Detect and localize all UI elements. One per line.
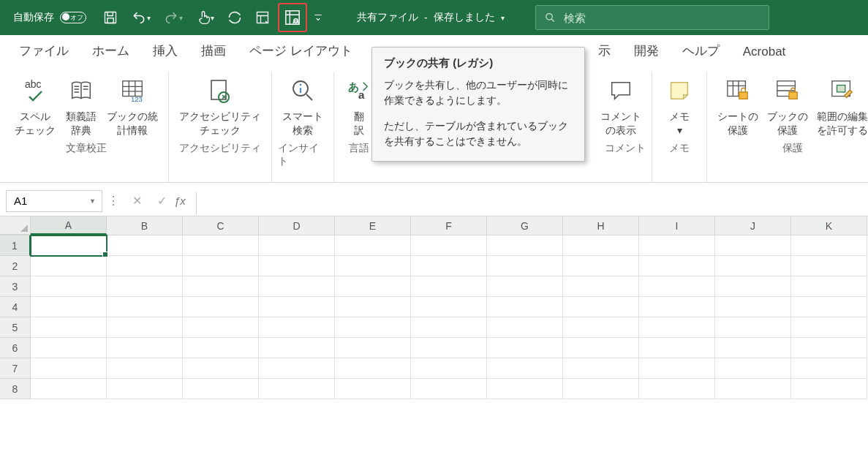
cell[interactable] xyxy=(335,276,411,297)
col-header[interactable]: E xyxy=(335,216,411,235)
tab-draw[interactable]: 描画 xyxy=(192,36,235,67)
document-title[interactable]: 共有ファイル - 保存しました ▾ xyxy=(357,11,505,24)
cell[interactable] xyxy=(791,338,867,358)
cell[interactable] xyxy=(183,276,259,297)
cell[interactable] xyxy=(31,276,107,297)
touch-mode-button[interactable]: ▾ xyxy=(190,5,219,30)
cell[interactable] xyxy=(411,317,487,338)
cell[interactable] xyxy=(183,297,259,317)
cell[interactable] xyxy=(563,297,639,317)
cell[interactable] xyxy=(639,338,715,358)
share-workbook-button-highlighted[interactable] xyxy=(278,3,307,32)
cell[interactable] xyxy=(31,297,107,317)
cell[interactable] xyxy=(715,358,791,379)
cell[interactable] xyxy=(259,276,335,297)
cell[interactable] xyxy=(487,235,563,256)
cell[interactable] xyxy=(715,276,791,297)
cell[interactable] xyxy=(563,358,639,379)
cell[interactable] xyxy=(639,358,715,379)
cell[interactable] xyxy=(639,317,715,338)
cell[interactable] xyxy=(791,256,867,276)
col-header[interactable]: H xyxy=(563,216,639,235)
cell[interactable] xyxy=(335,338,411,358)
cell[interactable] xyxy=(107,256,183,276)
cell[interactable] xyxy=(791,276,867,297)
show-comments-button[interactable]: コメント の表示 xyxy=(596,72,646,137)
cell[interactable] xyxy=(31,256,107,276)
cell[interactable] xyxy=(259,317,335,338)
cell[interactable] xyxy=(487,256,563,276)
cell[interactable] xyxy=(183,338,259,358)
cell[interactable] xyxy=(31,358,107,379)
cell[interactable] xyxy=(411,276,487,297)
cell[interactable] xyxy=(411,379,487,399)
cell[interactable] xyxy=(335,256,411,276)
cell[interactable] xyxy=(259,297,335,317)
tab-page-layout[interactable]: ページ レイアウト xyxy=(241,36,361,67)
cancel-button[interactable]: ✕ xyxy=(124,194,149,208)
enter-button[interactable]: ✓ xyxy=(149,194,174,208)
cell[interactable] xyxy=(335,235,411,256)
chevron-down-icon[interactable]: ▼ xyxy=(89,197,96,205)
form-button[interactable] xyxy=(250,5,275,30)
cell[interactable] xyxy=(487,317,563,338)
row-header[interactable]: 6 xyxy=(0,338,31,358)
insert-function-button[interactable]: ƒx xyxy=(174,195,196,207)
col-header[interactable]: I xyxy=(639,216,715,235)
cell[interactable] xyxy=(791,379,867,399)
redo-button[interactable]: ▾ xyxy=(158,5,187,30)
cell[interactable] xyxy=(31,317,107,338)
cell[interactable] xyxy=(715,235,791,256)
cell[interactable] xyxy=(715,317,791,338)
cell[interactable] xyxy=(791,317,867,338)
cell[interactable] xyxy=(107,358,183,379)
cell[interactable] xyxy=(259,379,335,399)
row-header[interactable]: 8 xyxy=(0,379,31,399)
tab-file[interactable]: ファイル xyxy=(10,36,78,67)
cell[interactable] xyxy=(639,297,715,317)
row-header[interactable]: 7 xyxy=(0,358,31,379)
col-header[interactable]: B xyxy=(107,216,183,235)
cell[interactable] xyxy=(31,338,107,358)
cell[interactable] xyxy=(563,276,639,297)
cell[interactable] xyxy=(183,235,259,256)
cell[interactable] xyxy=(183,317,259,338)
cell[interactable] xyxy=(791,358,867,379)
formula-input[interactable] xyxy=(196,192,861,214)
col-header[interactable]: J xyxy=(715,216,791,235)
col-header[interactable]: K xyxy=(791,216,867,235)
tab-help[interactable]: ヘルプ xyxy=(673,36,728,67)
cell[interactable] xyxy=(183,358,259,379)
row-header[interactable]: 2 xyxy=(0,256,31,276)
cell[interactable] xyxy=(715,338,791,358)
cell[interactable] xyxy=(335,379,411,399)
cell[interactable] xyxy=(411,256,487,276)
col-header[interactable]: F xyxy=(411,216,487,235)
tab-acrobat[interactable]: Acrobat xyxy=(734,38,795,67)
customize-qat-button[interactable] xyxy=(310,5,326,30)
cell[interactable] xyxy=(335,317,411,338)
col-header[interactable]: D xyxy=(259,216,335,235)
cell[interactable] xyxy=(791,235,867,256)
smart-lookup-button[interactable]: スマート 検索 xyxy=(278,72,328,137)
tab-insert[interactable]: 挿入 xyxy=(144,36,186,67)
cell[interactable] xyxy=(563,235,639,256)
cell[interactable] xyxy=(107,317,183,338)
undo-button[interactable]: ▾ xyxy=(126,5,155,30)
cell[interactable] xyxy=(107,297,183,317)
protect-sheet-button[interactable]: シートの 保護 xyxy=(713,72,763,137)
cell[interactable] xyxy=(107,235,183,256)
cell[interactable] xyxy=(639,276,715,297)
notes-button[interactable]: メモ▾ xyxy=(658,72,701,137)
tab-developer[interactable]: 開発 xyxy=(625,36,668,67)
cell[interactable] xyxy=(715,256,791,276)
cell[interactable] xyxy=(411,358,487,379)
cell[interactable] xyxy=(487,276,563,297)
cell[interactable] xyxy=(259,338,335,358)
cell[interactable] xyxy=(487,379,563,399)
cell[interactable] xyxy=(715,297,791,317)
cell[interactable] xyxy=(487,358,563,379)
cell[interactable] xyxy=(107,276,183,297)
row-header[interactable]: 3 xyxy=(0,276,31,297)
cell[interactable] xyxy=(639,379,715,399)
